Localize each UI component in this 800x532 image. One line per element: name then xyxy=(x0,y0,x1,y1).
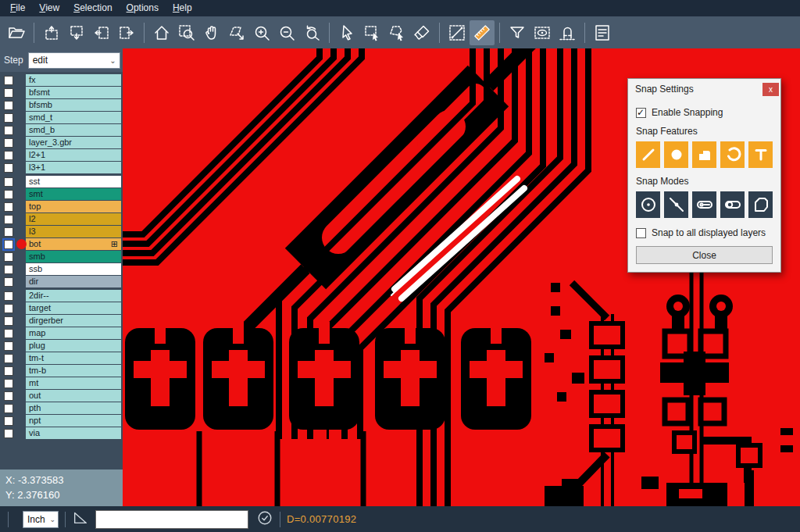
layer-row[interactable]: plug xyxy=(0,340,123,352)
close-button[interactable]: Close xyxy=(636,246,773,264)
zoom-in-icon[interactable] xyxy=(249,20,274,45)
enable-snapping-checkbox[interactable] xyxy=(636,108,646,118)
layer-row[interactable]: pth xyxy=(0,402,123,414)
filter-icon[interactable] xyxy=(505,20,530,45)
layer-visibility-checkbox[interactable] xyxy=(4,291,13,301)
layer-row[interactable]: l2+1 xyxy=(0,149,123,161)
layer-name-bar[interactable]: l2+1 xyxy=(26,149,121,161)
layer-name-bar[interactable]: bot ⊞ xyxy=(26,238,121,250)
layer-row[interactable]: 2dir-- xyxy=(0,290,123,302)
layer-name-bar[interactable]: bfsmb xyxy=(26,99,121,111)
ruler-icon[interactable] xyxy=(470,20,495,45)
select-cursor-icon[interactable] xyxy=(334,20,359,45)
layer-row[interactable]: l2 xyxy=(0,213,123,225)
layer-row[interactable]: top xyxy=(0,201,123,212)
layer-name-bar[interactable]: pth xyxy=(26,402,121,414)
layer-row[interactable]: fx xyxy=(0,74,123,86)
brush-icon[interactable] xyxy=(409,20,434,45)
layer-row[interactable]: via xyxy=(0,427,123,439)
pad-bottom-icon[interactable] xyxy=(64,20,89,45)
layer-visibility-checkbox[interactable] xyxy=(4,354,13,363)
snap-feature-surface-icon[interactable] xyxy=(692,141,716,168)
step-select[interactable]: edit ⌄ xyxy=(28,52,120,69)
layer-name-bar[interactable]: via xyxy=(26,427,121,439)
layer-row[interactable]: map xyxy=(0,327,123,339)
layer-row[interactable]: ssb xyxy=(0,263,123,275)
layer-visibility-checkbox[interactable] xyxy=(4,177,13,187)
layer-row[interactable]: layer_3.gbr xyxy=(0,137,123,148)
layer-row[interactable]: l3+1 xyxy=(0,162,123,173)
layer-visibility-checkbox[interactable] xyxy=(4,429,13,438)
snap-mode-pad-hole-icon[interactable] xyxy=(720,191,745,218)
layer-visibility-checkbox[interactable] xyxy=(4,265,13,274)
layer-visibility-checkbox[interactable] xyxy=(4,227,13,237)
zoom-previous-icon[interactable] xyxy=(299,20,324,45)
zoom-out-icon[interactable] xyxy=(274,20,299,45)
measure-input[interactable] xyxy=(95,510,248,529)
layer-visibility-checkbox[interactable] xyxy=(4,379,13,388)
grid-icon[interactable]: ⊞ xyxy=(111,240,118,248)
snap-mode-contour-icon[interactable] xyxy=(748,191,773,218)
close-icon[interactable]: x xyxy=(762,83,779,96)
layer-name-bar[interactable]: layer_3.gbr xyxy=(26,137,121,148)
layer-row[interactable]: smb xyxy=(0,251,123,262)
layer-name-bar[interactable]: l2 xyxy=(26,213,121,225)
layer-row[interactable]: tm-t xyxy=(0,352,123,364)
layer-row[interactable]: dirgerber xyxy=(0,315,123,327)
layer-visibility-checkbox[interactable] xyxy=(4,366,13,376)
report-icon[interactable] xyxy=(590,20,615,45)
layer-visibility-checkbox[interactable] xyxy=(4,391,13,401)
menu-selection[interactable]: Selection xyxy=(66,0,119,16)
layer-name-bar[interactable]: 2dir-- xyxy=(26,290,121,302)
layer-row[interactable]: l3 xyxy=(0,226,123,237)
snap-mode-pad-slot-icon[interactable] xyxy=(692,191,716,218)
snap-feature-line-icon[interactable] xyxy=(636,141,660,168)
layer-visibility-checkbox[interactable] xyxy=(4,341,13,351)
layer-row[interactable]: smd_b xyxy=(0,124,123,136)
measure-point-icon[interactable] xyxy=(445,20,470,45)
select-polygon-icon[interactable] xyxy=(384,20,409,45)
dialog-titlebar[interactable]: Snap Settings x xyxy=(628,79,780,99)
snap-mode-point-on-line-icon[interactable] xyxy=(664,191,688,218)
layer-row[interactable]: sst xyxy=(0,176,123,187)
layer-visibility-checkbox[interactable] xyxy=(4,304,13,313)
layer-visibility-checkbox[interactable] xyxy=(4,88,13,98)
zoom-polygon-icon[interactable] xyxy=(224,20,249,45)
layer-name-bar[interactable]: npt xyxy=(26,415,121,427)
layer-visibility-checkbox[interactable] xyxy=(4,252,13,262)
menu-file[interactable]: File xyxy=(3,0,32,16)
layer-name-bar[interactable]: map xyxy=(26,327,121,339)
pad-right-icon[interactable] xyxy=(114,20,139,45)
select-rectangle-icon[interactable] xyxy=(359,20,384,45)
layer-name-bar[interactable]: sst xyxy=(26,176,121,187)
layer-name-bar[interactable]: top xyxy=(26,201,121,212)
layer-visibility-checkbox[interactable] xyxy=(4,101,13,110)
layer-name-bar[interactable]: dir xyxy=(26,276,121,287)
pan-hand-icon[interactable] xyxy=(199,20,224,45)
layer-visibility-checkbox[interactable] xyxy=(4,316,13,326)
layer-visibility-checkbox[interactable] xyxy=(4,416,13,426)
layer-visibility-checkbox[interactable] xyxy=(4,404,13,413)
layer-row[interactable]: tm-b xyxy=(0,365,123,377)
layer-visibility-checkbox[interactable] xyxy=(4,76,13,85)
layer-name-bar[interactable]: dirgerber xyxy=(26,315,121,327)
layer-row[interactable]: smt xyxy=(0,188,123,200)
layer-visibility-checkbox[interactable] xyxy=(4,151,13,160)
layer-visibility-checkbox[interactable] xyxy=(4,113,13,123)
layer-name-bar[interactable]: ssb xyxy=(26,263,121,275)
layer-row[interactable]: dir xyxy=(0,276,123,287)
layer-row[interactable]: out xyxy=(0,390,123,402)
menu-help[interactable]: Help xyxy=(166,0,199,16)
layer-name-bar[interactable]: fx xyxy=(26,74,121,86)
layer-name-bar[interactable]: tm-t xyxy=(26,352,121,364)
unit-select[interactable]: Inch ⌄ xyxy=(23,511,59,528)
layer-row[interactable]: target xyxy=(0,302,123,314)
pad-top-icon[interactable] xyxy=(39,20,64,45)
layer-visibility-checkbox[interactable] xyxy=(4,240,13,249)
layer-visibility-checkbox[interactable] xyxy=(4,277,13,287)
layer-name-bar[interactable]: l3+1 xyxy=(26,162,121,173)
snap-feature-circle-icon[interactable] xyxy=(664,141,688,168)
layer-visibility-checkbox[interactable] xyxy=(4,163,13,173)
home-icon[interactable] xyxy=(149,20,174,45)
layer-visibility-checkbox[interactable] xyxy=(4,329,13,338)
